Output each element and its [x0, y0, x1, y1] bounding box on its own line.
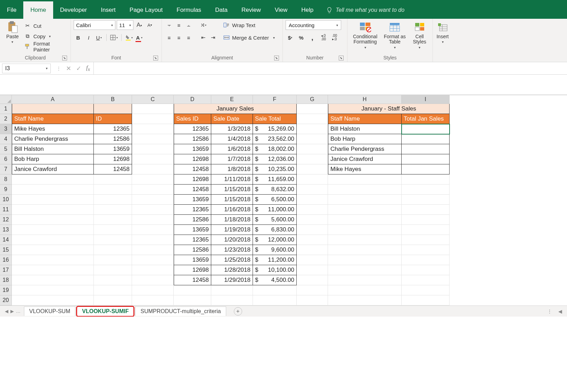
cell[interactable]: [328, 225, 402, 235]
merge-center-button[interactable]: Merge & Center▾: [223, 33, 275, 42]
cell[interactable]: [132, 195, 174, 205]
conditional-formatting-button[interactable]: Conditional Formatting▾: [350, 20, 380, 53]
cell[interactable]: [132, 114, 174, 124]
tab-scroll-options-icon[interactable]: ⋮: [544, 309, 555, 314]
cell[interactable]: Charlie Pendergrass: [12, 134, 94, 144]
cell[interactable]: Charlie Pendergrass: [328, 144, 402, 154]
number-launcher[interactable]: ⬊: [339, 56, 344, 60]
underline-button[interactable]: U▾: [94, 33, 104, 42]
cell[interactable]: 1/6/2018: [211, 144, 253, 154]
cell[interactable]: 12365: [174, 124, 211, 134]
cell[interactable]: [328, 215, 402, 225]
cell[interactable]: $10,100.00: [253, 265, 297, 275]
tab-review[interactable]: Review: [235, 1, 268, 19]
cell[interactable]: [12, 245, 94, 255]
fill-color-button[interactable]: ▾: [124, 33, 133, 42]
cell[interactable]: $11,200.00: [253, 255, 297, 265]
cut-button[interactable]: ✂Cut: [24, 21, 68, 31]
cell[interactable]: Staff Name: [328, 114, 402, 124]
align-right-icon[interactable]: ≡: [184, 33, 193, 42]
name-box[interactable]: I3▾: [2, 64, 51, 73]
cell[interactable]: Sale Date: [211, 114, 253, 124]
font-size-select[interactable]: 11▾: [117, 20, 133, 30]
cell[interactable]: ID: [94, 114, 132, 124]
cell[interactable]: [328, 275, 402, 285]
cell[interactable]: [94, 205, 132, 215]
cell[interactable]: [12, 285, 94, 295]
font-name-select[interactable]: Calibri▾: [74, 20, 115, 30]
cell[interactable]: [297, 114, 328, 124]
cell[interactable]: 1/25/2018: [211, 255, 253, 265]
cell[interactable]: [12, 295, 94, 305]
cell[interactable]: [328, 285, 402, 295]
cell[interactable]: [94, 215, 132, 225]
cell[interactable]: [94, 255, 132, 265]
cell[interactable]: 12365: [174, 235, 211, 245]
cell[interactable]: Sales ID: [174, 114, 211, 124]
cell[interactable]: Mike Hayes: [328, 164, 402, 174]
cell[interactable]: 13659: [174, 225, 211, 235]
cell[interactable]: [328, 255, 402, 265]
percent-format-icon[interactable]: %: [297, 33, 306, 42]
col-header-D[interactable]: D: [174, 95, 211, 104]
cell[interactable]: [12, 225, 94, 235]
align-center-icon[interactable]: ≡: [174, 33, 183, 42]
cell[interactable]: [132, 295, 174, 305]
col-header-A[interactable]: A: [12, 95, 94, 104]
cell[interactable]: 1/7/2018: [211, 154, 253, 164]
cell[interactable]: [211, 295, 253, 305]
cell-styles-button[interactable]: Cell Styles▾: [409, 20, 430, 53]
cell[interactable]: 1/16/2018: [211, 205, 253, 215]
cell[interactable]: [402, 134, 450, 144]
row-header[interactable]: 12: [0, 215, 12, 225]
cell[interactable]: [297, 235, 328, 245]
cell[interactable]: [402, 215, 450, 225]
align-bottom-icon[interactable]: ⫠: [184, 21, 193, 30]
cell[interactable]: [297, 265, 328, 275]
cell[interactable]: [402, 265, 450, 275]
row-header[interactable]: 19: [0, 285, 12, 295]
cell[interactable]: [297, 134, 328, 144]
cell[interactable]: [12, 174, 94, 185]
cell[interactable]: [94, 104, 132, 114]
row-header[interactable]: 8: [0, 174, 12, 185]
cell[interactable]: [402, 124, 450, 134]
tab-view[interactable]: View: [268, 1, 295, 19]
tab-help[interactable]: Help: [294, 1, 320, 19]
italic-button[interactable]: I: [84, 33, 93, 42]
increase-decimal-icon[interactable]: ◂.0.00: [319, 33, 328, 42]
cell[interactable]: Sale Total: [253, 114, 297, 124]
cell[interactable]: 1/23/2018: [211, 245, 253, 255]
col-header-E[interactable]: E: [211, 95, 253, 104]
cell[interactable]: 12365: [94, 124, 132, 134]
cell[interactable]: 13659: [174, 255, 211, 265]
col-header-I[interactable]: I: [402, 95, 450, 104]
clipboard-launcher[interactable]: ⬊: [62, 56, 67, 60]
cell[interactable]: [253, 295, 297, 305]
row-header[interactable]: 13: [0, 225, 12, 235]
sheet-nav-next-icon[interactable]: ▶: [10, 309, 14, 314]
tab-data[interactable]: Data: [208, 1, 235, 19]
cell[interactable]: [297, 164, 328, 174]
cell[interactable]: [297, 245, 328, 255]
row-header[interactable]: 14: [0, 235, 12, 245]
cell[interactable]: [297, 285, 328, 295]
cell[interactable]: [12, 185, 94, 195]
orientation-icon[interactable]: ⤭▾: [199, 21, 208, 30]
cell[interactable]: Janice Crawford: [328, 154, 402, 164]
row-header[interactable]: 18: [0, 275, 12, 285]
increase-indent-icon[interactable]: ⇥: [208, 33, 217, 42]
cell[interactable]: [12, 205, 94, 215]
cell[interactable]: [132, 265, 174, 275]
bold-button[interactable]: B: [74, 33, 83, 42]
cell[interactable]: [297, 174, 328, 185]
alignment-launcher[interactable]: ⬊: [274, 56, 279, 60]
dots-icon[interactable]: ⋮: [56, 66, 61, 71]
fx-icon[interactable]: fx: [86, 64, 90, 72]
row-header[interactable]: 6: [0, 154, 12, 164]
cell[interactable]: [297, 124, 328, 134]
cell[interactable]: 13659: [174, 195, 211, 205]
cell[interactable]: [402, 245, 450, 255]
col-header-H[interactable]: H: [328, 95, 402, 104]
cell[interactable]: $11,000.00: [253, 205, 297, 215]
